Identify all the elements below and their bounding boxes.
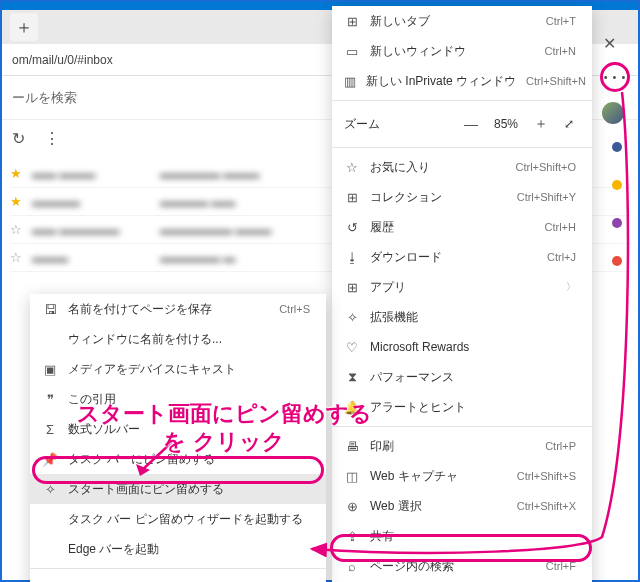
menu-shortcut: Ctrl+F <box>546 560 576 572</box>
menu-icon: ▭ <box>344 44 360 59</box>
menu-icon: 🖫 <box>42 302 58 317</box>
sidebar-app-icon[interactable] <box>612 142 622 152</box>
menu-label: 新しいウィンドウ <box>370 43 535 60</box>
main-menu-item-5[interactable]: ⊞コレクションCtrl+Shift+Y <box>332 182 592 212</box>
menu-icon: ▣ <box>42 362 58 377</box>
menu-icon: ☆ <box>344 160 360 175</box>
menu-label: メディアをデバイスにキャスト <box>68 361 310 378</box>
main-menu-item-12[interactable]: 🔔アラートとヒント <box>332 392 592 422</box>
menu-shortcut: Ctrl+N <box>545 45 576 57</box>
sub-menu-item-10[interactable]: ブラウザー タスク マネージャーShift+Esc <box>30 573 326 582</box>
main-menu-item-0[interactable]: ⊞新しいタブCtrl+T <box>332 6 592 36</box>
main-menu-item-14[interactable]: 🖶印刷Ctrl+P <box>332 431 592 461</box>
star-icon[interactable]: ☆ <box>10 222 24 237</box>
menu-shortcut: Ctrl+P <box>545 440 576 452</box>
star-icon[interactable]: ★ <box>10 194 24 209</box>
menu-icon: ❞ <box>42 392 58 407</box>
mail-sender: ▬▬ ▬▬▬▬▬ <box>32 223 152 237</box>
main-menu-item-9[interactable]: ✧拡張機能 <box>332 302 592 332</box>
menu-icon: ◫ <box>344 469 360 484</box>
address-text[interactable]: om/mail/u/0/#inbox <box>12 53 113 67</box>
menu-label: この引用 <box>68 391 310 408</box>
menu-icon: ↺ <box>344 220 360 235</box>
sub-menu-item-7[interactable]: タスク バー ピン留めウィザードを起動する <box>30 504 326 534</box>
menu-label: タスク バーにピン留めする <box>68 451 310 468</box>
main-menu-item-15[interactable]: ◫Web キャプチャCtrl+Shift+S <box>332 461 592 491</box>
menu-icon: ▥ <box>344 74 356 89</box>
main-menu-item-17[interactable]: ⇪共有 <box>332 521 592 551</box>
menu-icon: 🔔 <box>344 400 360 415</box>
zoom-percent: 85% <box>494 117 518 131</box>
star-icon[interactable]: ★ <box>10 166 24 181</box>
other-tools-submenu: 🖫名前を付けてページを保存Ctrl+Sウィンドウに名前を付ける...▣メディアを… <box>30 294 326 582</box>
menu-label: お気に入り <box>370 159 505 176</box>
menu-icon: ⊞ <box>344 280 360 295</box>
avatar[interactable] <box>602 102 624 124</box>
new-tab-button[interactable]: ＋ <box>10 13 38 41</box>
menu-icon: ✧ <box>42 482 58 497</box>
menu-shortcut: Ctrl+Shift+X <box>517 500 576 512</box>
sidebar-app-icon[interactable] <box>612 256 622 266</box>
menu-icon: ⇪ <box>344 529 360 544</box>
menu-icon: Σ <box>42 422 58 437</box>
menu-label: 拡張機能 <box>370 309 576 326</box>
sub-menu-item-2[interactable]: ▣メディアをデバイスにキャスト <box>30 354 326 384</box>
menu-label: スタート画面にピン留めする <box>68 481 310 498</box>
sub-menu-item-6[interactable]: ✧スタート画面にピン留めする <box>30 474 326 504</box>
menu-icon: ⊕ <box>344 499 360 514</box>
sub-menu-item-0[interactable]: 🖫名前を付けてページを保存Ctrl+S <box>30 294 326 324</box>
menu-shortcut: Ctrl+S <box>279 303 310 315</box>
menu-label: Edge バーを起動 <box>68 541 310 558</box>
main-menu-item-6[interactable]: ↺履歴Ctrl+H <box>332 212 592 242</box>
sub-menu-item-3[interactable]: ❞この引用 <box>30 384 326 414</box>
main-menu-item-2[interactable]: ▥新しい InPrivate ウィンドウCtrl+Shift+N <box>332 66 592 96</box>
menu-icon: 📌 <box>42 452 58 467</box>
menu-icon: ♡ <box>344 340 360 355</box>
menu-label: パフォーマンス <box>370 369 576 386</box>
menu-label: 新しい InPrivate ウィンドウ <box>366 73 516 90</box>
menu-shortcut: Ctrl+H <box>545 221 576 233</box>
zoom-out-button[interactable]: — <box>462 116 480 132</box>
menu-shortcut: Ctrl+Shift+S <box>517 470 576 482</box>
menu-shortcut: Ctrl+J <box>547 251 576 263</box>
refresh-icon[interactable]: ↻ <box>12 129 30 147</box>
star-icon[interactable]: ☆ <box>10 250 24 265</box>
menu-label: Microsoft Rewards <box>370 340 576 354</box>
menu-label: アプリ <box>370 279 556 296</box>
menu-icon: ⧗ <box>344 369 360 385</box>
sub-menu-item-8[interactable]: Edge バーを起動 <box>30 534 326 564</box>
menu-shortcut: Ctrl+Shift+Y <box>517 191 576 203</box>
main-menu: ⊞新しいタブCtrl+T▭新しいウィンドウCtrl+N▥新しい InPrivat… <box>332 6 592 582</box>
main-menu-item-7[interactable]: ⭳ダウンロードCtrl+J <box>332 242 592 272</box>
menu-icon: ✧ <box>344 310 360 325</box>
main-menu-item-18[interactable]: ⌕ページ内の検索Ctrl+F <box>332 551 592 581</box>
fullscreen-icon[interactable]: ⤢ <box>564 117 580 131</box>
menu-label: 名前を付けてページを保存 <box>68 301 269 318</box>
more-vert-icon[interactable]: ⋮ <box>44 129 62 147</box>
sub-menu-item-1[interactable]: ウィンドウに名前を付ける... <box>30 324 326 354</box>
menu-icon: 🖶 <box>344 439 360 454</box>
search-placeholder[interactable]: ールを検索 <box>12 89 77 107</box>
main-menu-item-8[interactable]: ⊞アプリ〉 <box>332 272 592 302</box>
menu-icon: ⊞ <box>344 190 360 205</box>
sub-menu-item-4[interactable]: Σ数式ソルバー <box>30 414 326 444</box>
sidebar-app-icon[interactable] <box>612 218 622 228</box>
menu-label: タスク バー ピン留めウィザードを起動する <box>68 511 310 528</box>
main-menu-item-11[interactable]: ⧗パフォーマンス <box>332 362 592 392</box>
sidebar-app-icon[interactable] <box>612 180 622 190</box>
close-icon[interactable]: ✕ <box>596 30 622 56</box>
chevron-right-icon: 〉 <box>566 280 576 294</box>
menu-icon: ⭳ <box>344 250 360 265</box>
mail-sender: ▬▬▬ <box>32 251 152 265</box>
settings-more-button[interactable]: • • • <box>600 62 630 92</box>
menu-label: 履歴 <box>370 219 535 236</box>
menu-label: アラートとヒント <box>370 399 576 416</box>
mail-sender: ▬▬ ▬▬▬ <box>32 167 152 181</box>
main-menu-item-1[interactable]: ▭新しいウィンドウCtrl+N <box>332 36 592 66</box>
zoom-in-button[interactable]: ＋ <box>532 115 550 133</box>
main-menu-item-10[interactable]: ♡Microsoft Rewards <box>332 332 592 362</box>
main-menu-item-16[interactable]: ⊕Web 選択Ctrl+Shift+X <box>332 491 592 521</box>
sub-menu-item-5[interactable]: 📌タスク バーにピン留めする <box>30 444 326 474</box>
main-menu-item-4[interactable]: ☆お気に入りCtrl+Shift+O <box>332 152 592 182</box>
menu-label: ページ内の検索 <box>370 558 536 575</box>
